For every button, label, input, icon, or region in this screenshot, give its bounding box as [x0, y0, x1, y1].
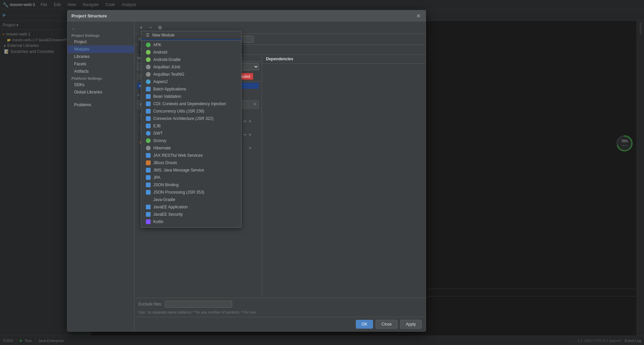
nav-item-project[interactable]: Project — [67, 38, 134, 46]
close-button[interactable]: Close — [376, 320, 397, 329]
framework-item-label: Concurrency Utils (JSR 236) — [153, 109, 204, 114]
framework-icon — [146, 79, 151, 84]
exclude-files-label: Exclude files: — [139, 302, 162, 306]
framework-item-label: Bean Validation — [153, 94, 181, 99]
framework-item-label: JAX RESTful Web Services — [153, 153, 203, 158]
project-structure-dialog: Project Structure ✕ ← → Project Settings… — [67, 10, 426, 332]
framework-item[interactable]: JSON Processing (JSR 353) — [141, 189, 241, 196]
ok-button[interactable]: OK — [356, 320, 373, 329]
deps-header: Dependencies — [262, 55, 426, 64]
framework-icon — [146, 124, 151, 128]
framework-item-label: EJB — [153, 124, 161, 128]
framework-item[interactable]: Arquillian TestNG — [141, 71, 241, 78]
add-module-btn[interactable]: + — [137, 23, 145, 31]
framework-item-label: JBoss Drools — [153, 160, 177, 165]
framework-item[interactable]: APK — [141, 41, 241, 49]
framework-item[interactable]: Groovy — [141, 137, 241, 144]
nav-item-facets[interactable]: Facets — [67, 60, 134, 68]
framework-icon — [146, 205, 151, 209]
dialog-footer: OK Close Apply — [135, 317, 426, 331]
framework-item[interactable]: JAX RESTful Web Services — [141, 152, 241, 159]
framework-item[interactable]: Arquillian JUnit — [141, 63, 241, 71]
framework-icon — [146, 219, 151, 224]
remove-module-btn[interactable]: − — [147, 23, 155, 31]
framework-item[interactable]: Bean Validation — [141, 93, 241, 100]
exclude-files-input[interactable] — [165, 301, 232, 307]
framework-icon — [146, 168, 151, 172]
framework-icon — [146, 131, 151, 136]
framework-icon — [146, 57, 151, 62]
test-folder-edit-btn[interactable]: ✏ — [243, 133, 247, 137]
apply-button[interactable]: Apply — [400, 320, 422, 329]
test-folder-remove-btn[interactable]: ✕ — [248, 133, 252, 137]
framework-item[interactable]: Connector Architecture (JSR 322) — [141, 115, 241, 122]
nav-back-forward: ← → — [67, 24, 134, 32]
framework-item-label: JMS: Java Message Service — [153, 168, 204, 172]
framework-item[interactable]: JPA — [141, 174, 241, 181]
framework-item-label: GWT — [153, 131, 163, 136]
nav-item-problems[interactable]: Problems — [67, 101, 134, 109]
framework-item-label: JSON Binding — [153, 183, 178, 187]
source-folder-remove-btn[interactable]: ✕ — [248, 119, 252, 124]
framework-item[interactable]: AspectJ — [141, 78, 241, 85]
nav-back-btn[interactable]: ← — [71, 26, 76, 31]
framework-icon — [146, 50, 151, 55]
framework-icon — [146, 72, 151, 77]
framework-item-label: Batch Applications — [153, 87, 186, 91]
framework-item[interactable]: Java-Gradle — [141, 196, 241, 203]
framework-item-label: APK — [153, 43, 161, 47]
dialog-close-button[interactable]: ✕ — [415, 12, 422, 19]
framework-item-label: JSON Processing (JSR 353) — [153, 190, 204, 195]
framework-item-label: Groovy — [153, 138, 166, 143]
framework-item-label: CDI: Contexts and Dependency Injection — [153, 101, 226, 106]
framework-item[interactable]: JavaEE Application — [141, 203, 241, 211]
copy-module-btn[interactable]: ⧉ — [156, 23, 164, 31]
framework-item[interactable]: Android — [141, 49, 241, 56]
nav-item-sdks[interactable]: SDKs — [67, 81, 134, 88]
framework-icon — [146, 190, 151, 195]
framework-icon — [146, 65, 151, 69]
framework-item[interactable]: JSON Binding — [141, 181, 241, 189]
exclude-files-row: Exclude files: — [135, 298, 426, 310]
framework-item[interactable]: CDI: Contexts and Dependency Injection — [141, 100, 241, 108]
source-folder-edit-btn[interactable]: ✏ — [243, 119, 247, 124]
framework-icon — [146, 183, 151, 187]
framework-item[interactable]: GWT — [141, 130, 241, 137]
framework-item[interactable]: Kotlin — [141, 218, 241, 225]
framework-item[interactable]: Batch Applications — [141, 85, 241, 93]
framework-item[interactable]: EJB — [141, 122, 241, 130]
nav-item-libraries[interactable]: Libraries — [67, 53, 134, 60]
framework-item-label: Connector Architecture (JSR 322) — [153, 116, 213, 121]
nav-item-global-libs[interactable]: Global Libraries — [67, 88, 134, 96]
framework-item[interactable]: JBoss Drools — [141, 159, 241, 166]
nav-platform-label: Platform Settings — [67, 75, 134, 81]
framework-icon — [146, 146, 151, 150]
framework-item-label: Kotlin — [153, 219, 163, 224]
framework-item-label: AspectJ — [153, 79, 168, 84]
framework-item[interactable]: Hibernate — [141, 144, 241, 152]
framework-icon — [146, 94, 151, 99]
framework-icon — [146, 153, 151, 158]
framework-icon — [146, 116, 151, 121]
deps-panel: Dependencies — [262, 55, 426, 298]
framework-icon — [146, 87, 151, 91]
deps-empty — [263, 65, 424, 70]
framework-item-label: Android-Gradle — [153, 57, 180, 62]
framework-item[interactable]: Android-Gradle — [141, 56, 241, 63]
framework-list: APKAndroidAndroid-GradleArquillian JUnit… — [141, 41, 241, 227]
source-folder-actions: ✏ ✕ — [243, 119, 252, 124]
framework-item-label: Arquillian JUnit — [153, 65, 180, 69]
content-root-close-btn[interactable]: ✕ — [253, 102, 257, 107]
nav-item-artifacts[interactable]: Artifacts — [67, 68, 134, 75]
nav-forward-btn[interactable]: → — [77, 26, 82, 31]
new-module-icon: ☰ — [146, 33, 150, 38]
framework-item[interactable]: Concurrency Utils (JSR 236) — [141, 108, 241, 115]
framework-icon — [146, 197, 151, 202]
add-new-module-item[interactable]: ☰ New Module — [141, 31, 241, 39]
excluded-folder-remove-btn[interactable]: ✕ — [248, 146, 252, 150]
exclude-hint: Use ; to separate name patterns, * for a… — [135, 310, 426, 317]
nav-item-modules[interactable]: Modules — [67, 46, 134, 53]
framework-item[interactable]: JMS: Java Message Service — [141, 166, 241, 174]
dialog-title: Project Structure — [71, 13, 107, 18]
framework-item[interactable]: JavaEE Security — [141, 211, 241, 218]
